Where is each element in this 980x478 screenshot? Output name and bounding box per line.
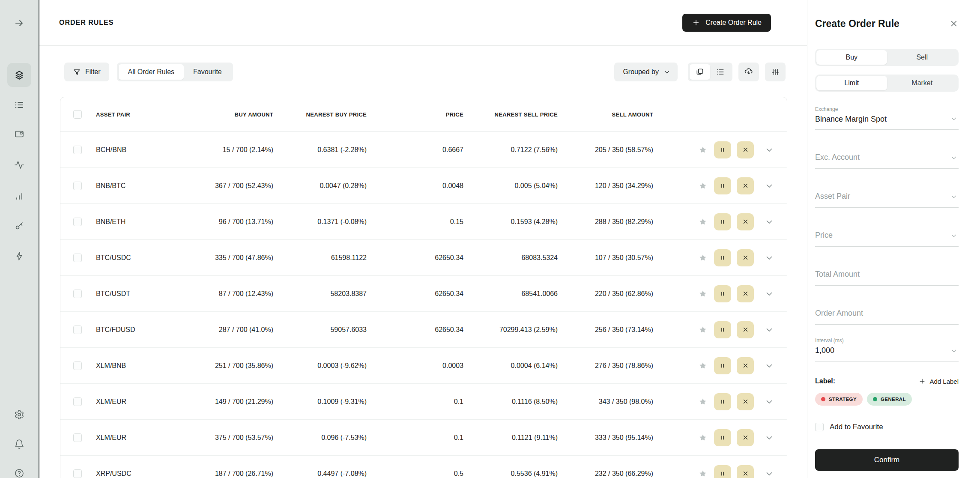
cancel-rule-button[interactable] [737, 465, 754, 478]
sidebar-item-settings[interactable] [14, 409, 24, 420]
expand-row-chevron-icon[interactable] [765, 469, 774, 478]
total-amount-input[interactable]: Total Amount [815, 269, 959, 286]
favourite-star-icon[interactable] [698, 325, 708, 335]
row-checkbox[interactable] [73, 254, 82, 262]
expand-row-chevron-icon[interactable] [765, 253, 774, 263]
close-panel-icon[interactable] [949, 19, 959, 28]
row-checkbox[interactable] [73, 433, 82, 442]
expand-row-chevron-icon[interactable] [765, 181, 774, 191]
confirm-button[interactable]: Confirm [815, 449, 959, 471]
cards-view-button[interactable] [690, 64, 710, 80]
chevron-down-icon [950, 347, 958, 355]
cancel-rule-button[interactable] [737, 321, 754, 338]
sidebar-item-list[interactable] [14, 100, 24, 110]
toggle-sell[interactable]: Sell [887, 50, 958, 65]
favourite-star-icon[interactable] [698, 397, 708, 406]
row-checkbox[interactable] [73, 326, 82, 334]
row-checkbox[interactable] [73, 182, 82, 190]
favourite-star-icon[interactable] [698, 181, 708, 191]
create-order-rule-button[interactable]: Create Order Rule [682, 14, 771, 32]
cancel-rule-button[interactable] [737, 249, 754, 266]
add-to-favourite-checkbox[interactable] [815, 423, 824, 431]
collapse-arrow-right-icon[interactable] [14, 18, 25, 29]
row-checkbox[interactable] [73, 397, 82, 406]
label-badge-strategy[interactable]: STRATEGY [815, 393, 863, 406]
table-settings-button[interactable] [765, 63, 786, 81]
tab-favourite[interactable]: Favourite [184, 64, 231, 80]
row-checkbox[interactable] [73, 218, 82, 226]
grouped-by-dropdown[interactable]: Grouped by [614, 63, 678, 81]
cell-price: 62650.34 [367, 290, 463, 298]
tab-all-order-rules[interactable]: All Order Rules [119, 64, 184, 80]
expand-row-chevron-icon[interactable] [765, 325, 774, 335]
pause-rule-button[interactable] [714, 465, 731, 478]
sidebar-item-help[interactable] [14, 468, 24, 478]
row-checkbox[interactable] [73, 146, 82, 154]
table-row: BNB/ETH 96 / 700 (13.71%) 0.1371 (-0.08%… [60, 204, 787, 240]
exc-account-select[interactable]: Exc. Account [815, 152, 959, 169]
pause-rule-button[interactable] [714, 357, 731, 374]
sidebar-item-notifications[interactable] [14, 439, 24, 449]
favourite-star-icon[interactable] [698, 253, 708, 263]
sidebar-item-activity[interactable] [14, 160, 24, 170]
pause-rule-button[interactable] [714, 285, 731, 302]
cancel-rule-button[interactable] [737, 429, 754, 446]
pause-rule-button[interactable] [714, 429, 731, 446]
expand-row-chevron-icon[interactable] [765, 217, 774, 227]
cell-buy-amount: 15 / 700 (2.14%) [157, 146, 273, 154]
cancel-rule-button[interactable] [737, 357, 754, 374]
expand-row-chevron-icon[interactable] [765, 397, 774, 406]
expand-row-chevron-icon[interactable] [765, 145, 774, 155]
sidebar-item-order-rules[interactable] [7, 63, 31, 87]
cancel-rule-button[interactable] [737, 141, 754, 158]
pause-rule-button[interactable] [714, 213, 731, 230]
label-badge-general[interactable]: GENERAL [867, 393, 912, 406]
sidebar-item-wallet[interactable] [14, 129, 24, 139]
row-checkbox[interactable] [73, 361, 82, 370]
cancel-rule-button[interactable] [737, 393, 754, 410]
cell-price: 0.0048 [367, 182, 463, 190]
cancel-rule-button[interactable] [737, 213, 754, 230]
sidebar-item-api-keys[interactable] [14, 221, 24, 231]
toggle-market[interactable]: Market [887, 76, 958, 90]
exchange-select[interactable]: Exchange Binance Margin Spot [815, 106, 959, 130]
cell-price: 0.6667 [367, 146, 463, 154]
favourite-star-icon[interactable] [698, 145, 708, 155]
select-all-checkbox[interactable] [73, 110, 82, 119]
asset-pair-select[interactable]: Asset Pair [815, 191, 959, 208]
table-header-row: ASSET PAIR BUY AMOUNT NEAREST BUY PRICE … [60, 97, 787, 132]
pause-rule-button[interactable] [714, 321, 731, 338]
toolbar: Filter All Order Rules Favourite Grouped… [39, 63, 807, 81]
favourite-star-icon[interactable] [698, 433, 708, 442]
order-amount-input[interactable]: Order Amount [815, 308, 959, 325]
cell-asset-pair: XLM/EUR [93, 398, 157, 406]
row-checkbox[interactable] [73, 469, 82, 478]
favourite-star-icon[interactable] [698, 361, 708, 370]
rules-tab-group: All Order Rules Favourite [117, 63, 233, 81]
cell-nearest-sell-price: 0.005 (5.04%) [463, 182, 558, 190]
interval-select[interactable]: Interval (ms) 1,000 [815, 338, 959, 362]
cancel-rule-button[interactable] [737, 177, 754, 194]
row-checkbox[interactable] [73, 290, 82, 298]
sidebar-item-stats[interactable] [14, 191, 24, 201]
toggle-limit[interactable]: Limit [816, 76, 887, 90]
expand-row-chevron-icon[interactable] [765, 433, 774, 442]
pause-rule-button[interactable] [714, 393, 731, 410]
favourite-star-icon[interactable] [698, 469, 708, 478]
price-select[interactable]: Price [815, 230, 959, 247]
favourite-star-icon[interactable] [698, 217, 708, 227]
toggle-buy[interactable]: Buy [816, 50, 887, 65]
favourite-star-icon[interactable] [698, 289, 708, 299]
pause-rule-button[interactable] [714, 177, 731, 194]
pause-rule-button[interactable] [714, 249, 731, 266]
expand-row-chevron-icon[interactable] [765, 289, 774, 299]
expand-row-chevron-icon[interactable] [765, 361, 774, 370]
cell-nearest-sell-price: 68083.5324 [463, 254, 558, 262]
filter-button[interactable]: Filter [64, 63, 109, 81]
list-view-button[interactable] [710, 64, 731, 80]
export-button[interactable] [738, 63, 759, 81]
sidebar-item-automation[interactable] [14, 251, 24, 261]
add-label-button[interactable]: Add Label [918, 377, 959, 385]
pause-rule-button[interactable] [714, 141, 731, 158]
cancel-rule-button[interactable] [737, 285, 754, 302]
